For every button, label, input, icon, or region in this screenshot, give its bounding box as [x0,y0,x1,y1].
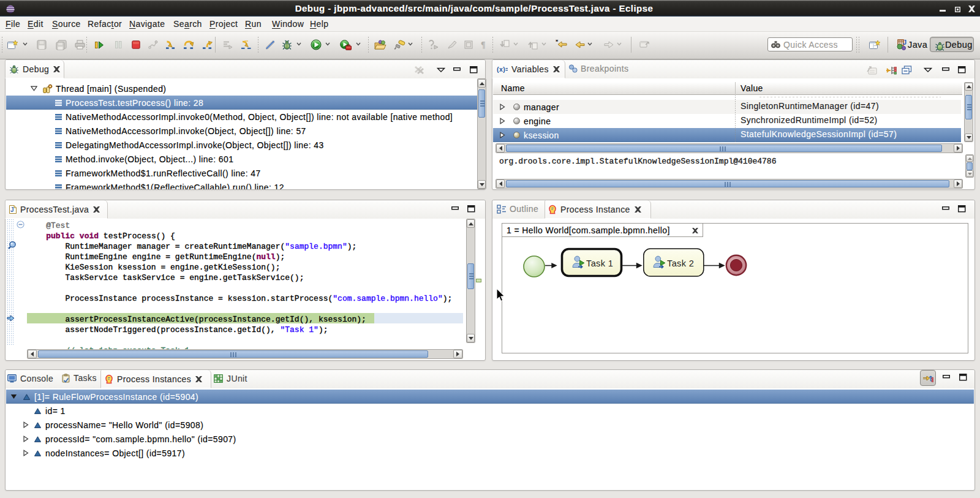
svg-text:J: J [903,39,907,46]
svg-text:Task 1: Task 1 [586,258,613,268]
svg-text:Task 2: Task 2 [667,258,694,268]
svg-text:¶: ¶ [481,40,486,50]
svg-text:(x)=: (x)= [497,66,508,73]
svg-text:J: J [10,206,14,213]
